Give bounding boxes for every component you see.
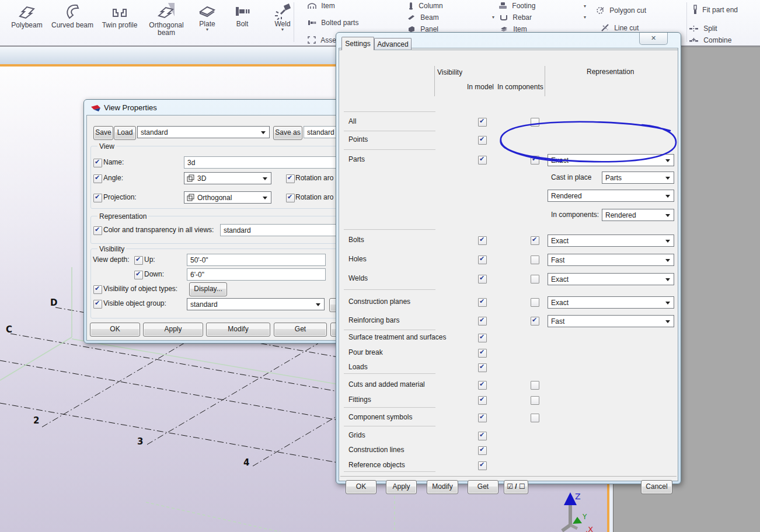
in-components-checkbox[interactable] bbox=[531, 118, 539, 127]
fit-part-end-button[interactable]: Fit part end bbox=[692, 5, 738, 14]
plate-button[interactable]: Plate ▾ bbox=[190, 1, 224, 32]
in-model-checkbox[interactable] bbox=[478, 136, 487, 145]
assembly-button[interactable]: Asse bbox=[308, 36, 336, 45]
in-model-checkbox[interactable] bbox=[478, 236, 487, 245]
split-button[interactable]: Split bbox=[689, 24, 717, 33]
down-checkbox[interactable] bbox=[134, 271, 143, 279]
in-model-checkbox[interactable] bbox=[478, 256, 487, 264]
color-transparency-field[interactable]: standard bbox=[220, 224, 349, 236]
in-model-checkbox[interactable] bbox=[478, 298, 487, 307]
load-button[interactable]: Load bbox=[114, 126, 136, 140]
toolbar-label: Line cut bbox=[614, 24, 639, 32]
in-model-checkbox[interactable] bbox=[478, 275, 487, 284]
chevron-down-icon[interactable]: ▾ bbox=[190, 28, 224, 32]
close-button[interactable]: ✕ bbox=[639, 33, 668, 45]
bolted-parts-button[interactable]: Bolted parts bbox=[308, 18, 358, 27]
save-as-button[interactable]: Save as bbox=[273, 126, 302, 140]
in-components-checkbox[interactable] bbox=[531, 156, 539, 164]
beam-button[interactable]: Beam bbox=[407, 13, 439, 22]
representation-combo[interactable]: Exact bbox=[548, 154, 674, 166]
in-model-checkbox[interactable] bbox=[478, 349, 487, 358]
row-separator bbox=[344, 149, 435, 150]
toolbar-label: Polybeam bbox=[6, 22, 48, 29]
toggle-all-checkboxes-button[interactable]: ☑ / ☐ bbox=[504, 480, 528, 494]
orthogonal-beam-button[interactable]: Orthogonal beam bbox=[145, 1, 188, 37]
in-model-checkbox[interactable] bbox=[478, 446, 487, 455]
in-components-checkbox[interactable] bbox=[531, 298, 539, 307]
modify-button[interactable]: Modify bbox=[427, 480, 458, 494]
ok-button[interactable]: OK bbox=[90, 323, 140, 337]
projection-label: Projection: bbox=[103, 193, 137, 201]
color-transparency-checkbox[interactable] bbox=[93, 226, 102, 235]
modify-button[interactable]: Modify bbox=[206, 323, 270, 337]
apply-button[interactable]: Apply bbox=[143, 323, 203, 337]
chevron-down-icon[interactable]: ▾ bbox=[584, 15, 586, 20]
in-model-checkbox[interactable] bbox=[478, 118, 487, 127]
in-components-combo[interactable]: Rendered bbox=[602, 209, 674, 221]
chevron-down-icon[interactable]: ▾ bbox=[492, 15, 494, 20]
in-model-checkbox[interactable] bbox=[478, 414, 487, 422]
ok-button[interactable]: OK bbox=[346, 480, 376, 494]
in-model-checkbox[interactable] bbox=[478, 461, 487, 470]
line-cut-button[interactable]: Line cut bbox=[601, 23, 639, 33]
polygon-cut-button[interactable]: Polygon cut bbox=[596, 6, 646, 15]
tekla-logo-icon bbox=[90, 104, 101, 113]
get-button[interactable]: Get bbox=[274, 323, 327, 337]
name-field[interactable]: 3d bbox=[184, 156, 348, 169]
item-button[interactable]: Item bbox=[308, 1, 335, 10]
in-components-checkbox[interactable] bbox=[531, 414, 539, 422]
angle-checkbox[interactable] bbox=[93, 174, 102, 183]
cast-in-place-combo[interactable]: Parts bbox=[602, 172, 674, 184]
cancel-button[interactable]: Cancel bbox=[641, 480, 672, 494]
representation-combo[interactable]: Exact bbox=[548, 296, 674, 309]
projection-checkbox[interactable] bbox=[93, 194, 102, 202]
in-components-checkbox[interactable] bbox=[531, 317, 539, 326]
in-components-checkbox[interactable] bbox=[531, 256, 539, 264]
angle-combo[interactable]: 3D bbox=[184, 172, 271, 184]
chevron-down-icon[interactable]: ▾ bbox=[584, 4, 586, 9]
object-types-checkbox[interactable] bbox=[93, 285, 102, 294]
in-components-checkbox[interactable] bbox=[531, 396, 539, 405]
representation-combo[interactable]: Fast bbox=[548, 315, 674, 327]
save-button[interactable]: Save bbox=[93, 126, 113, 140]
profile-combo[interactable]: standard bbox=[137, 126, 270, 138]
tab-advanced[interactable]: Advanced bbox=[374, 38, 412, 50]
in-model-checkbox[interactable] bbox=[478, 396, 487, 405]
twin-profile-button[interactable]: Twin profile bbox=[98, 1, 141, 29]
combine-button[interactable]: Combine bbox=[689, 36, 731, 45]
down-field[interactable]: 6'-0" bbox=[187, 268, 326, 281]
in-components-checkbox[interactable] bbox=[531, 381, 539, 390]
column-button[interactable]: Column bbox=[408, 1, 443, 10]
in-model-checkbox[interactable] bbox=[478, 381, 487, 390]
rebar-button[interactable]: Rebar bbox=[500, 13, 532, 22]
in-components-checkbox[interactable] bbox=[531, 275, 539, 284]
in-model-checkbox[interactable] bbox=[478, 317, 487, 326]
up-checkbox[interactable] bbox=[134, 256, 143, 265]
in-components-checkbox[interactable] bbox=[531, 236, 539, 245]
polybeam-button[interactable]: Polybeam bbox=[6, 1, 48, 29]
footing-button[interactable]: Footing bbox=[498, 1, 535, 10]
projection-combo[interactable]: Orthogonal bbox=[184, 191, 271, 204]
get-button[interactable]: Get bbox=[468, 480, 498, 494]
rotation2-checkbox[interactable] bbox=[286, 194, 295, 202]
cube-icon bbox=[187, 194, 194, 201]
in-model-checkbox[interactable] bbox=[478, 363, 487, 372]
curved-beam-button[interactable]: Curved beam bbox=[50, 1, 95, 29]
representation-combo[interactable]: Exact bbox=[548, 273, 674, 285]
up-field[interactable]: 50'-0" bbox=[187, 254, 326, 266]
rendered-combo[interactable]: Rendered bbox=[548, 190, 674, 202]
object-group-combo[interactable]: standard bbox=[187, 298, 325, 310]
object-group-checkbox[interactable] bbox=[93, 300, 102, 309]
axis-tripod: Z Y .X bbox=[562, 492, 593, 532]
display-button[interactable]: Display... bbox=[189, 282, 227, 296]
representation-combo[interactable]: Fast bbox=[548, 254, 674, 266]
in-model-checkbox[interactable] bbox=[478, 156, 487, 164]
representation-combo[interactable]: Exact bbox=[548, 235, 674, 247]
tab-settings[interactable]: Settings bbox=[341, 37, 374, 50]
name-checkbox[interactable] bbox=[93, 159, 102, 167]
in-model-checkbox[interactable] bbox=[478, 432, 487, 440]
rotation1-checkbox[interactable] bbox=[286, 174, 295, 183]
in-model-checkbox[interactable] bbox=[478, 334, 487, 342]
bolt-button[interactable]: Bolt bbox=[226, 1, 258, 28]
apply-button[interactable]: Apply bbox=[386, 480, 417, 494]
